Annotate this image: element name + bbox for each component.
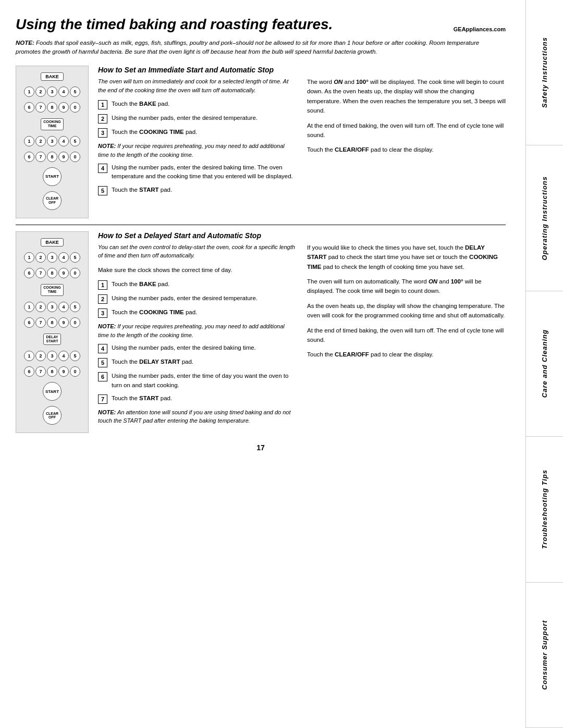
key-4b: 4 [58, 136, 69, 146]
step-text-3: Touch the COOKING TIME pad. [112, 128, 197, 137]
s2-key-8: 8 [47, 268, 57, 278]
section2-right-p5: Touch the CLEAR/OFF pad to clear the dis… [307, 350, 506, 359]
intro-note-label: NOTE: [16, 40, 34, 46]
key-6b: 6 [24, 152, 34, 162]
section1-step3: 3 Touch the COOKING TIME pad. [98, 128, 297, 138]
s2-key-5b: 5 [70, 302, 80, 312]
sidebar-section-operating: Operating Instructions [526, 145, 563, 291]
step-num-4: 4 [98, 164, 107, 173]
key-5b: 5 [70, 136, 80, 146]
s2-key-0b: 0 [70, 317, 80, 328]
section1-step4: 4 Using the number pads, enter the desir… [98, 163, 297, 181]
s2-key-1c: 1 [24, 351, 34, 361]
sidebar-section-safety: Safety Instructions [526, 0, 563, 145]
sidebar: Safety Instructions Operating Instructio… [525, 0, 563, 728]
section2-note2: NOTE: An attention tone will sound if yo… [98, 408, 297, 425]
section-divider [16, 225, 506, 225]
s2-step-num-6: 6 [98, 372, 107, 381]
keypad-row2-diagram1: 6 7 8 9 0 [23, 102, 81, 113]
sidebar-label-care: Care and Cleaning [541, 329, 548, 398]
section2-title: How to Set a Delayed Start and Automatic… [98, 231, 506, 240]
key-2: 2 [35, 87, 46, 97]
section1-note: NOTE: If your recipe requires preheating… [98, 142, 297, 159]
keypad-row1-diagram1: 1 2 3 4 5 [23, 86, 81, 97]
step-num-3: 3 [98, 128, 107, 138]
s2-step-text-7: Touch the START pad. [112, 394, 172, 403]
cooking-time-button-diagram1: COOKINGTIME [41, 118, 63, 130]
keypad-row4-diagram1: 6 7 8 9 0 [23, 151, 81, 163]
section2-right-p3: As the oven heats up, the display will s… [307, 301, 506, 320]
s2-step-text-2: Using the number pads, enter the desired… [112, 294, 258, 303]
delay-start-button-diagram2: DELAYSTART [43, 334, 60, 346]
key-8b: 8 [47, 152, 57, 162]
clear-button-diagram2: CLEAROFF [43, 406, 62, 425]
s2-key-2c: 2 [35, 351, 46, 361]
section1-two-col: The oven will turn on immediately and co… [98, 77, 506, 200]
keypad-row4-diagram2: 6 7 8 9 0 [23, 317, 81, 328]
s2-key-3: 3 [47, 252, 57, 263]
page-title: Using the timed baking and roasting feat… [16, 16, 506, 33]
sidebar-label-troubleshooting: Troubleshooting Tips [541, 470, 548, 549]
key-3b: 3 [47, 136, 57, 146]
s2-step-text-5: Touch the DELAY START pad. [112, 357, 193, 366]
s2-key-0c: 0 [70, 366, 80, 377]
s2-key-9b: 9 [58, 317, 69, 328]
s2-key-3c: 3 [47, 351, 57, 361]
key-9b: 9 [58, 152, 69, 162]
s2-key-2: 2 [35, 252, 46, 263]
clear-button-diagram1: CLEAROFF [43, 191, 62, 210]
section2-step6: 6 Using the number pads, enter the time … [98, 372, 297, 390]
key-0b: 0 [70, 152, 80, 162]
section1-right: The word ON and 100° will be displayed. … [307, 77, 506, 200]
s2-key-7b: 7 [35, 317, 46, 328]
section2-step1: 1 Touch the BAKE pad. [98, 280, 297, 290]
section2-two-col: You can set the oven control to delay-st… [98, 243, 506, 429]
sidebar-section-consumer: Consumer Support [526, 583, 563, 728]
s2-key-5: 5 [70, 252, 80, 263]
section1-diagram: BAKE 1 2 3 4 5 6 7 8 9 0 COOKINGTIME 1 2… [16, 66, 89, 218]
s2-key-8b: 8 [47, 317, 57, 328]
s2-step-num-7: 7 [98, 394, 107, 404]
key-3: 3 [47, 87, 57, 97]
key-7: 7 [35, 102, 46, 113]
s2-step-text-1: Touch the BAKE pad. [112, 280, 169, 289]
section1-step5: 5 Touch the START pad. [98, 186, 297, 195]
s2-key-1b: 1 [24, 302, 34, 312]
section2: BAKE 1 2 3 4 5 6 7 8 9 0 COOKINGTIME 1 2… [16, 231, 506, 434]
s2-key-0: 0 [70, 268, 80, 278]
section2-right-p2: The oven will turn on automatically. The… [307, 277, 506, 296]
s2-key-7: 7 [35, 268, 46, 278]
key-7b: 7 [35, 152, 46, 162]
key-8: 8 [47, 102, 57, 113]
section2-step5: 5 Touch the DELAY START pad. [98, 357, 297, 367]
s2-key-4b: 4 [58, 302, 69, 312]
section1-right-p2: At the end of timed baking, the oven wil… [307, 121, 506, 140]
main-content: Using the timed baking and roasting feat… [0, 0, 521, 467]
key-9: 9 [58, 102, 69, 113]
intro-note-text: Foods that spoil easily–such as milk, eg… [16, 40, 479, 55]
keypad-row6-diagram2: 6 7 8 9 0 [23, 366, 81, 377]
bake-button-diagram1: BAKE [41, 72, 64, 81]
page-number: 17 [16, 443, 506, 452]
step-text-1: Touch the BAKE pad. [112, 100, 169, 108]
section2-right-p1: If you would like to check the times you… [307, 243, 506, 272]
s2-key-4c: 4 [58, 351, 69, 361]
s2-key-6: 6 [24, 268, 34, 278]
s2-step-num-4: 4 [98, 344, 107, 353]
s2-step-text-3: Touch the COOKING TIME pad. [112, 308, 197, 317]
sidebar-section-care: Care and Cleaning [526, 291, 563, 437]
s2-step-text-6: Using the number pads, enter the time of… [112, 372, 297, 390]
keypad-row3-diagram1: 1 2 3 4 5 [23, 135, 81, 147]
s2-key-9: 9 [58, 268, 69, 278]
section2-diagram: BAKE 1 2 3 4 5 6 7 8 9 0 COOKINGTIME 1 2… [16, 231, 89, 434]
key-1b: 1 [24, 136, 34, 146]
section2-step7: 7 Touch the START pad. [98, 394, 297, 404]
section2-right: If you would like to check the times you… [307, 243, 506, 429]
section1-left: The oven will turn on immediately and co… [98, 77, 297, 200]
s2-key-7c: 7 [35, 366, 46, 377]
section1: BAKE 1 2 3 4 5 6 7 8 9 0 COOKINGTIME 1 2… [16, 66, 506, 218]
s2-key-3b: 3 [47, 302, 57, 312]
s2-step-num-5: 5 [98, 358, 107, 367]
key-0: 0 [70, 102, 80, 113]
section1-step2: 2 Using the number pads, enter the desir… [98, 114, 297, 124]
